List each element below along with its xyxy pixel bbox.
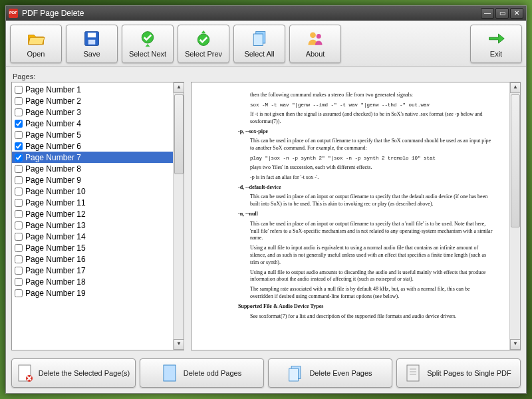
svg-rect-13: [289, 368, 299, 381]
page-item[interactable]: Page Number 2: [12, 95, 173, 106]
page-item[interactable]: Page Number 19: [12, 287, 173, 299]
page-item[interactable]: Page Number 17: [12, 265, 173, 276]
page-checkbox[interactable]: [15, 142, 23, 150]
svg-rect-14: [407, 365, 419, 381]
page-item[interactable]: Page Number 6: [12, 140, 173, 152]
pages-stack-icon: [250, 29, 269, 48]
page-item[interactable]: Page Number 4: [12, 118, 173, 129]
preview-scroll-thumb[interactable]: [511, 94, 520, 227]
preview-scroll-up[interactable]: ▲: [510, 82, 521, 93]
page-checkbox[interactable]: [15, 199, 23, 207]
page-even-icon: [288, 364, 304, 382]
page-label: Page Number 4: [25, 119, 81, 128]
page-item[interactable]: Page Number 10: [12, 186, 173, 197]
page-checkbox[interactable]: [15, 233, 23, 241]
page-label: Page Number 1: [25, 85, 81, 94]
select-all-button[interactable]: Select All: [233, 25, 285, 63]
page-label: Page Number 5: [25, 130, 81, 140]
scroll-thumb[interactable]: [174, 94, 184, 174]
page-label: Page Number 18: [25, 277, 86, 287]
page-label: Page Number 13: [25, 221, 86, 230]
page-checkbox[interactable]: [15, 289, 23, 297]
window-title: PDF Page Delete: [22, 9, 479, 18]
svg-rect-1: [88, 33, 96, 37]
page-checkbox[interactable]: [15, 176, 23, 184]
page-checkbox[interactable]: [15, 255, 23, 263]
page-item[interactable]: Page Number 11: [12, 197, 173, 208]
page-label: Page Number 9: [25, 176, 81, 185]
titlebar: PDF Page Delete — ▭ ✕: [6, 6, 526, 21]
page-label: Page Number 3: [25, 108, 81, 117]
page-item[interactable]: Page Number 18: [12, 276, 173, 287]
save-button[interactable]: Save: [66, 25, 118, 63]
delete-even-label: Delete Even Pages: [309, 369, 372, 377]
page-checkbox[interactable]: [15, 131, 23, 139]
page-checkbox[interactable]: [15, 244, 23, 252]
preview-scrollbar[interactable]: ▲ ▼: [509, 82, 520, 350]
page-item[interactable]: Page Number 16: [12, 253, 173, 265]
page-list-scrollbar[interactable]: ▲ ▼: [173, 82, 184, 350]
page-item[interactable]: Page Number 8: [12, 163, 173, 174]
delete-selected-button[interactable]: Delete the Selected Page(s): [11, 358, 136, 388]
page-delete-icon: [17, 364, 33, 382]
page-label: Page Number 10: [25, 187, 86, 196]
page-label: Page Number 14: [25, 232, 86, 241]
preview-panel: then the following command makes a stere…: [191, 82, 521, 350]
minimize-button[interactable]: —: [481, 8, 494, 19]
page-checkbox[interactable]: [15, 120, 23, 128]
preview-page: then the following command makes a stere…: [192, 82, 509, 350]
close-button[interactable]: ✕: [510, 8, 523, 19]
open-button[interactable]: Open: [10, 25, 62, 63]
preview-scroll-down[interactable]: ▼: [510, 339, 521, 350]
delete-even-button[interactable]: Delete Even Pages: [268, 358, 392, 388]
page-checkbox[interactable]: [15, 86, 23, 94]
page-item[interactable]: Page Number 12: [12, 208, 173, 219]
page-item[interactable]: Page Number 14: [12, 231, 173, 242]
page-checkbox[interactable]: [15, 97, 23, 105]
page-odd-icon: [162, 364, 178, 382]
delete-odd-button[interactable]: Delete odd Pages: [140, 358, 264, 388]
scroll-up-button[interactable]: ▲: [174, 82, 184, 93]
page-item[interactable]: Page Number 9: [12, 174, 173, 186]
svg-rect-6: [253, 34, 263, 46]
content-area: Pages: Page Number 1Page Number 2Page Nu…: [6, 67, 526, 354]
split-pages-button[interactable]: Split Pages to Single PDF: [396, 358, 521, 388]
maximize-button[interactable]: ▭: [495, 8, 509, 19]
page-checkbox[interactable]: [15, 108, 23, 116]
page-checkbox[interactable]: [15, 188, 23, 196]
page-item[interactable]: Page Number 7: [12, 152, 173, 163]
page-checkbox[interactable]: [15, 210, 23, 218]
page-label: Page Number 2: [25, 96, 81, 106]
page-label: Page Number 15: [25, 243, 86, 253]
save-label: Save: [83, 50, 100, 58]
select-next-label: Select Next: [129, 50, 166, 58]
page-checkbox[interactable]: [15, 221, 23, 229]
floppy-disk-icon: [82, 29, 101, 48]
scroll-down-button[interactable]: ▼: [174, 339, 184, 350]
page-label: Page Number 7: [25, 153, 81, 162]
page-item[interactable]: Page Number 13: [12, 219, 173, 231]
page-checkbox[interactable]: [15, 154, 23, 162]
bottom-toolbar: Delete the Selected Page(s) Delete odd P…: [6, 354, 526, 393]
select-next-button[interactable]: Select Next: [122, 25, 174, 63]
page-checkbox[interactable]: [15, 165, 23, 173]
page-label: Page Number 19: [25, 289, 86, 298]
page-item[interactable]: Page Number 1: [12, 84, 173, 95]
page-item[interactable]: Page Number 15: [12, 242, 173, 253]
check-down-icon: [138, 29, 157, 48]
toolbar: Open Save Select Next Select Prev Select…: [6, 21, 526, 67]
exit-button[interactable]: Exit: [470, 25, 522, 63]
page-checkbox[interactable]: [15, 267, 23, 275]
page-item[interactable]: Page Number 3: [12, 106, 173, 118]
split-pages-label: Split Pages to Single PDF: [427, 369, 511, 377]
page-checkbox[interactable]: [15, 278, 23, 286]
page-label: Page Number 8: [25, 164, 81, 174]
select-prev-button[interactable]: Select Prev: [178, 25, 229, 63]
delete-selected-label: Delete the Selected Page(s): [39, 369, 130, 377]
svg-point-8: [317, 34, 321, 39]
svg-point-7: [310, 32, 316, 38]
page-item[interactable]: Page Number 5: [12, 129, 173, 140]
page-list[interactable]: Page Number 1Page Number 2Page Number 3P…: [12, 82, 173, 350]
page-label: Page Number 11: [25, 198, 86, 207]
about-button[interactable]: About: [289, 25, 341, 63]
